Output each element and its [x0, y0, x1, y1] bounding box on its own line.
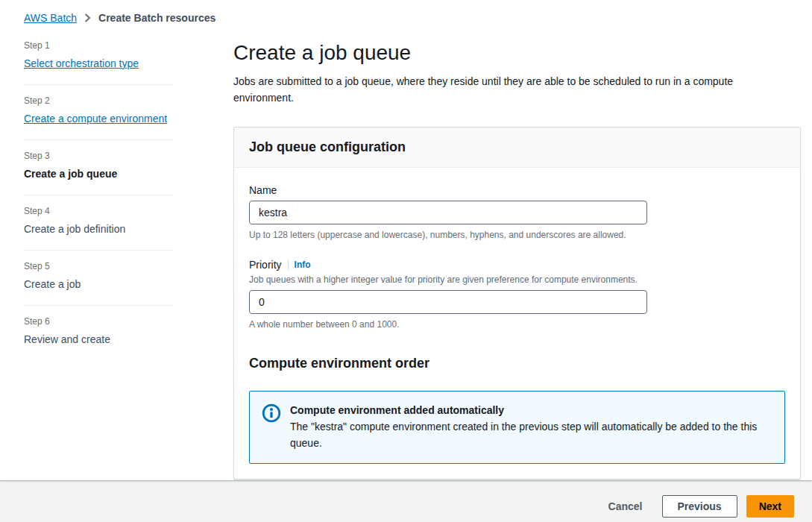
sidebar-step-5: Step 5 Create a job — [24, 251, 173, 306]
sidebar-step-1-link[interactable]: Select orchestration type — [24, 57, 139, 69]
step-number-label: Step 1 — [24, 40, 173, 51]
page-description: Jobs are submitted to a job queue, where… — [233, 73, 755, 106]
sidebar-step-3-title: Create a job queue — [24, 168, 173, 180]
breadcrumb: AWS Batch Create Batch resources — [24, 12, 801, 24]
priority-field-helper: A whole number between 0 and 1000. — [249, 318, 785, 330]
alert-title: Compute environment added automatically — [290, 402, 772, 418]
label-divider — [288, 260, 289, 270]
main-content: Create a job queue Jobs are submitted to… — [233, 40, 801, 479]
breadcrumb-current: Create Batch resources — [98, 12, 215, 24]
sidebar-step-1: Step 1 Select orchestration type — [24, 40, 173, 85]
next-button[interactable]: Next — [746, 495, 794, 518]
step-number-label: Step 3 — [24, 151, 173, 161]
sidebar-step-6-title: Review and create — [24, 333, 173, 345]
wizard-steps-sidebar: Step 1 Select orchestration type Step 2 … — [24, 40, 173, 360]
previous-button[interactable]: Previous — [662, 495, 737, 518]
breadcrumb-link-aws-batch[interactable]: AWS Batch — [24, 12, 77, 24]
step-number-label: Step 4 — [24, 206, 173, 216]
sidebar-step-2: Step 2 Create a compute environment — [24, 85, 173, 140]
alert-body: The "kestra" compute environment created… — [290, 418, 772, 451]
sidebar-step-3-current: Step 3 Create a job queue — [24, 140, 173, 195]
panel-title: Job queue configuration — [249, 139, 785, 155]
wizard-footer: Cancel Previous Next — [0, 480, 812, 522]
breadcrumb-separator-icon — [84, 13, 91, 22]
sidebar-step-4-title: Create a job definition — [24, 223, 173, 235]
name-input[interactable] — [249, 201, 647, 224]
job-queue-configuration-panel: Job queue configuration Name Up to 128 l… — [233, 127, 801, 479]
step-number-label: Step 6 — [24, 316, 173, 327]
info-alert: Compute environment added automatically … — [249, 391, 785, 464]
step-number-label: Step 5 — [24, 261, 173, 271]
sidebar-step-6: Step 6 Review and create — [24, 306, 173, 360]
cancel-button[interactable]: Cancel — [605, 496, 646, 517]
priority-field-description: Job queues with a higher integer value f… — [249, 274, 785, 286]
priority-field-label: Priority — [249, 259, 282, 271]
compute-environment-order-title: Compute environment order — [249, 356, 785, 371]
alert-content: Compute environment added automatically … — [290, 402, 772, 451]
sidebar-step-4: Step 4 Create a job definition — [24, 195, 173, 251]
name-field-helper: Up to 128 letters (uppercase and lowerca… — [249, 229, 785, 241]
info-icon — [262, 403, 281, 423]
priority-info-link[interactable]: Info — [295, 260, 311, 270]
wizard-sheet: AWS Batch Create Batch resources Step 1 … — [0, 0, 812, 480]
sidebar-step-5-title: Create a job — [24, 278, 173, 290]
step-number-label: Step 2 — [24, 95, 173, 106]
name-field-group: Name Up to 128 letters (uppercase and lo… — [249, 184, 785, 241]
priority-field-group: Priority Info Job queues with a higher i… — [249, 259, 785, 330]
priority-input[interactable] — [249, 290, 647, 314]
sidebar-step-2-link[interactable]: Create a compute environment — [24, 113, 167, 125]
page-title: Create a job queue — [233, 40, 801, 66]
panel-header: Job queue configuration — [234, 128, 800, 168]
name-field-label: Name — [249, 184, 785, 196]
panel-body: Name Up to 128 letters (uppercase and lo… — [234, 168, 800, 479]
